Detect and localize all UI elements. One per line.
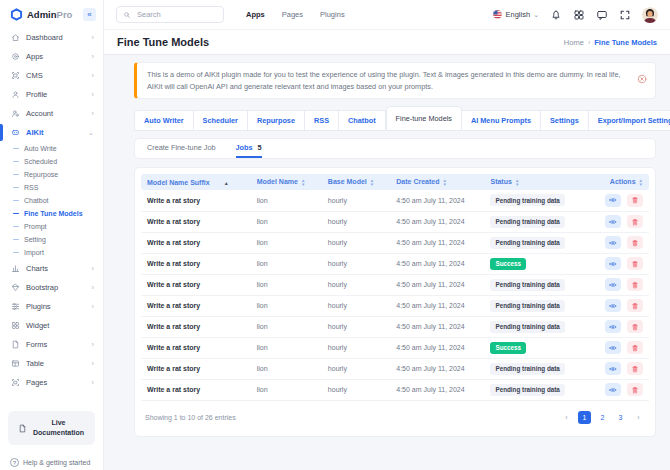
- sidebar-subitem-auto-write[interactable]: Auto Write: [0, 142, 103, 155]
- view-button[interactable]: [605, 383, 621, 396]
- delete-button[interactable]: [627, 257, 643, 270]
- eye-icon: [609, 260, 617, 268]
- sidebar-item-cms[interactable]: CMS›: [0, 66, 103, 85]
- sidebar-item-account[interactable]: Account›: [0, 104, 103, 123]
- tab-repurpose[interactable]: Repurpose: [248, 110, 305, 131]
- sidebar-item-pages[interactable]: Pages›: [0, 373, 103, 392]
- search-box[interactable]: [116, 6, 224, 23]
- top-nav-pages[interactable]: Pages: [282, 10, 303, 19]
- view-button[interactable]: [605, 362, 621, 375]
- user-avatar[interactable]: [642, 7, 658, 23]
- sort-icon[interactable]: ▲▼: [639, 179, 643, 186]
- view-button[interactable]: [605, 257, 621, 270]
- notifications-button[interactable]: [550, 9, 562, 21]
- breadcrumb-home[interactable]: Home: [564, 38, 584, 47]
- sidebar-subitem-rss[interactable]: RSS: [0, 181, 103, 194]
- sidebar-item-widget[interactable]: Widget: [0, 316, 103, 335]
- pagination-page-1[interactable]: 1: [578, 411, 591, 424]
- delete-button[interactable]: [627, 215, 643, 228]
- live-documentation-button[interactable]: Live Documentation: [8, 411, 95, 445]
- view-button[interactable]: [605, 215, 621, 228]
- tab-settings[interactable]: Settings: [541, 110, 589, 131]
- sidebar-subitem-repurpose[interactable]: Repurpose: [0, 168, 103, 181]
- delete-button[interactable]: [627, 236, 643, 249]
- document-icon: [18, 424, 27, 433]
- sidebar-item-profile[interactable]: Profile›: [0, 85, 103, 104]
- sidebar-subitem-import[interactable]: Import: [0, 246, 103, 259]
- sidebar-subitem-setting[interactable]: Setting: [0, 233, 103, 246]
- column-header-actions[interactable]: Actions▲▼: [586, 174, 649, 190]
- sidebar-collapse-button[interactable]: «: [83, 8, 96, 21]
- apps-grid-button[interactable]: [573, 9, 585, 21]
- sidebar-item-charts[interactable]: Charts›: [0, 259, 103, 278]
- sidebar-subitem-scheduled[interactable]: Scheduled: [0, 155, 103, 168]
- view-button[interactable]: [605, 299, 621, 312]
- messages-button[interactable]: [596, 9, 608, 21]
- sidebar-item-aikit[interactable]: AIKit⌄: [0, 123, 103, 142]
- notice-text: This is a demo of AIKit plugin made for …: [147, 69, 627, 92]
- delete-button[interactable]: [627, 341, 643, 354]
- tab-create-fine-tune-job[interactable]: Create Fine-tune Job: [147, 139, 216, 158]
- cell-date-created: 4:50 am July 11, 2024: [390, 337, 484, 358]
- delete-button[interactable]: [627, 362, 643, 375]
- tab-jobs[interactable]: Jobs5: [236, 139, 262, 158]
- search-input[interactable]: [135, 9, 217, 20]
- column-header-date-created[interactable]: Date Created▲▼: [390, 174, 484, 190]
- table-row: Write a rat story lion hourly 4:50 am Ju…: [141, 274, 649, 295]
- language-selector[interactable]: English ⌄: [492, 9, 539, 20]
- delete-button[interactable]: [627, 278, 643, 291]
- brand-name[interactable]: AdminPro: [27, 9, 72, 20]
- sort-icon[interactable]: ▲▼: [442, 179, 446, 186]
- sidebar-subitem-prompt[interactable]: Prompt: [0, 220, 103, 233]
- content-area: This is a demo of AIKit plugin made for …: [104, 55, 670, 470]
- view-button[interactable]: [605, 236, 621, 249]
- tab-rss[interactable]: RSS: [305, 110, 339, 131]
- notice-dismiss-button[interactable]: [637, 74, 647, 84]
- delete-button[interactable]: [627, 383, 643, 396]
- sidebar-item-plugins[interactable]: Plugins›: [0, 297, 103, 316]
- column-header-base-model[interactable]: Base Model▲▼: [322, 174, 390, 190]
- tab-export-import-settings[interactable]: Export/Import Settings: [589, 110, 670, 131]
- delete-button[interactable]: [627, 320, 643, 333]
- sidebar-subitem-chatbot[interactable]: Chatbot: [0, 194, 103, 207]
- sidebar-item-bootstrap[interactable]: Bootstrap›: [0, 278, 103, 297]
- tab-ai-menu-prompts[interactable]: AI Menu Prompts: [462, 110, 541, 131]
- table-row: Write a rat story lion hourly 4:50 am Ju…: [141, 379, 649, 400]
- sidebar-item-table[interactable]: Table›: [0, 354, 103, 373]
- sidebar-item-label: CMS: [26, 71, 43, 80]
- tab-auto-writer[interactable]: Auto Writer: [134, 110, 194, 131]
- help-getting-started-link[interactable]: ? Help & getting started: [10, 458, 90, 467]
- column-header-status[interactable]: Status▲▼: [484, 174, 585, 190]
- chevron-right-icon: ›: [92, 341, 95, 349]
- cell-model-name-suffix: Write a rat story: [141, 295, 251, 316]
- breadcrumb-current[interactable]: Fine Tune Models: [594, 38, 657, 47]
- page-header: Fine Tune Models Home › Fine Tune Models: [104, 30, 670, 55]
- pagination-page-2[interactable]: 2: [596, 411, 609, 424]
- column-header-model-name[interactable]: Model Name▲▼: [251, 174, 322, 190]
- sidebar-item-dashboard[interactable]: Dashboard›: [0, 28, 103, 47]
- column-header-model-name-suffix[interactable]: Model Name Suffix▲: [141, 174, 251, 190]
- tab-chatbot[interactable]: Chatbot: [339, 110, 386, 131]
- top-nav-plugins[interactable]: Plugins: [320, 10, 345, 19]
- view-button[interactable]: [605, 278, 621, 291]
- sort-icon[interactable]: ▲▼: [515, 179, 519, 186]
- sort-asc-icon[interactable]: ▲: [224, 180, 229, 186]
- view-button[interactable]: [605, 341, 621, 354]
- sort-icon[interactable]: ▲▼: [370, 179, 374, 186]
- delete-button[interactable]: [627, 299, 643, 312]
- fullscreen-button[interactable]: [619, 9, 631, 21]
- sort-icon[interactable]: ▲▼: [301, 179, 305, 186]
- view-button[interactable]: [605, 320, 621, 333]
- top-nav-apps[interactable]: Apps: [246, 10, 265, 19]
- tab-fine-tune-models[interactable]: Fine-tune Models: [386, 106, 462, 131]
- cell-model-name-suffix: Write a rat story: [141, 337, 251, 358]
- sidebar-item-forms[interactable]: Forms›: [0, 335, 103, 354]
- delete-button[interactable]: [627, 194, 643, 207]
- sidebar-subitem-fine-tune-models[interactable]: Fine Tune Models: [0, 207, 103, 220]
- tab-scheduler[interactable]: Scheduler: [194, 110, 248, 131]
- sidebar-item-apps[interactable]: Apps›: [0, 47, 103, 66]
- view-button[interactable]: [605, 194, 621, 207]
- pagination-page-3[interactable]: 3: [614, 411, 627, 424]
- pagination-next[interactable]: ›: [632, 411, 645, 424]
- pagination-prev[interactable]: ‹: [560, 411, 573, 424]
